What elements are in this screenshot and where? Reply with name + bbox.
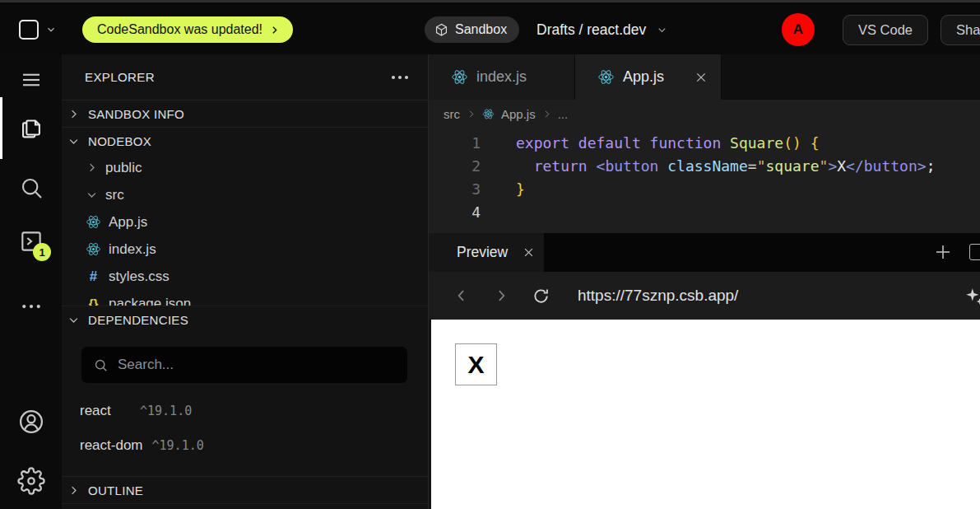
vscode-button[interactable]: VS Code: [843, 15, 928, 45]
dependency-react[interactable]: react ^19.1.0: [80, 394, 409, 428]
preview-pane: X: [429, 320, 980, 509]
top-bar: CodeSandbox was updated! Sandbox Drafts …: [0, 0, 980, 54]
share-button-label: Share: [956, 22, 980, 38]
explorer-title: EXPLORER: [85, 70, 155, 84]
forward-icon[interactable]: [489, 283, 513, 308]
avatar[interactable]: A: [782, 13, 815, 46]
preview-url[interactable]: https://77sznp.csb.app/: [578, 287, 738, 305]
search-icon[interactable]: [0, 166, 62, 209]
dependency-search-input[interactable]: [118, 357, 396, 373]
chevron-right-icon: [467, 110, 476, 119]
tree-file-App.js[interactable]: App.js: [62, 208, 428, 236]
window-menu-button[interactable]: [19, 18, 57, 41]
line-number: 3: [429, 178, 481, 201]
avatar-letter: A: [793, 21, 803, 38]
code-token: return: [534, 157, 597, 175]
preview-nav-bar: https://77sznp.csb.app/: [429, 272, 980, 320]
dependency-version: ^19.1.0: [152, 438, 204, 453]
section-outline[interactable]: OUTLINE: [62, 476, 428, 504]
section-dependencies[interactable]: DEPENDENCIES: [62, 306, 428, 333]
tree-item-label: src: [105, 187, 124, 203]
editor-tab-index.js[interactable]: index.js: [429, 54, 575, 100]
code-token: >: [917, 157, 927, 175]
share-button[interactable]: Share: [941, 15, 980, 45]
code-token: [658, 157, 667, 175]
sparkle-icon[interactable]: [964, 286, 980, 307]
code-token: ": [757, 157, 766, 175]
line-number: 2: [429, 155, 481, 178]
code-token: =: [748, 157, 757, 175]
code-token: X: [837, 157, 846, 175]
preview-square-button[interactable]: X: [455, 343, 497, 385]
dependency-search[interactable]: [81, 347, 407, 383]
explorer-more-icon[interactable]: [390, 71, 410, 84]
code-line: 3}: [429, 178, 980, 201]
explorer-header: EXPLORER: [62, 54, 428, 100]
close-icon[interactable]: [523, 246, 535, 259]
react-icon: [451, 68, 468, 86]
tree-file-index.js[interactable]: index.js: [62, 236, 428, 263]
files-icon[interactable]: [0, 106, 62, 149]
layout-icon[interactable]: [969, 244, 980, 260]
chevron-right-icon: [269, 25, 280, 35]
breadcrumb-src[interactable]: src: [444, 107, 460, 121]
code-token: ;: [927, 157, 936, 175]
dependency-react-dom[interactable]: react-dom ^19.1.0: [80, 428, 409, 463]
editor-area: index.jsApp.js srcApp.js... 1export defa…: [429, 54, 980, 509]
chevron-right-icon: [67, 484, 80, 497]
window-icon: [19, 20, 39, 40]
close-icon[interactable]: [694, 71, 708, 84]
editor-tab-App.js[interactable]: App.js: [575, 54, 722, 100]
file-tree: publicsrcApp.jsindex.js#styles.css{}pack…: [62, 154, 428, 306]
menu-icon[interactable]: [0, 58, 62, 101]
code-token: {: [810, 134, 820, 152]
breadcrumb-file[interactable]: App.js: [501, 107, 536, 121]
chevron-down-icon: [45, 24, 57, 35]
account-icon[interactable]: [0, 400, 62, 443]
dependency-version: ^19.1.0: [140, 404, 192, 418]
tab-label: App.js: [623, 68, 664, 86]
preview-tab[interactable]: Preview: [429, 233, 544, 272]
css-icon: #: [86, 269, 101, 285]
section-sandbox-info[interactable]: SANDBOX INFO: [62, 100, 428, 127]
update-notification-pill[interactable]: CodeSandbox was updated!: [82, 16, 293, 43]
tree-item-label: public: [105, 160, 142, 176]
project-breadcrumb[interactable]: Drafts / react.dev: [536, 16, 668, 43]
terminal-badge: 1: [33, 243, 51, 261]
tab-label: index.js: [476, 68, 527, 86]
section-label: DEPENDENCIES: [88, 313, 188, 327]
codesandbox-window: CodeSandbox was updated! Sandbox Drafts …: [0, 0, 980, 509]
line-number: 1: [429, 132, 481, 155]
refresh-icon[interactable]: [528, 283, 553, 308]
tree-file-styles.css[interactable]: #styles.css: [62, 263, 428, 290]
editor-tab-bar: index.jsApp.js: [429, 54, 980, 100]
activity-bar: 1: [0, 54, 62, 509]
dependency-name: react-dom: [80, 437, 143, 454]
plus-icon[interactable]: [933, 242, 953, 262]
back-icon[interactable]: [449, 283, 474, 308]
more-icon[interactable]: [0, 285, 62, 328]
sandbox-badge[interactable]: Sandbox: [425, 16, 519, 43]
settings-icon[interactable]: [0, 460, 62, 502]
code-line: 1export default function Square() {: [429, 132, 980, 155]
code-token: button: [605, 157, 658, 175]
dependency-list: react ^19.1.0react-dom ^19.1.0: [80, 394, 409, 463]
code-token: [516, 157, 534, 175]
react-icon: [86, 214, 101, 230]
terminal-icon[interactable]: 1: [0, 220, 62, 263]
tree-folder-public[interactable]: public: [62, 154, 428, 181]
preview-tab-label: Preview: [457, 244, 508, 261]
tree-item-label: package.json: [109, 296, 191, 307]
section-nodebox[interactable]: NODEBOX: [62, 127, 428, 154]
code-token: >: [828, 157, 837, 175]
tree-file-package.json[interactable]: {}package.json: [62, 290, 428, 306]
chevron-down-icon: [656, 24, 668, 36]
section-label: SANDBOX INFO: [88, 107, 184, 121]
tree-folder-src[interactable]: src: [62, 181, 428, 208]
explorer-sidebar: EXPLORER SANDBOX INFONODEBOX publicsrcAp…: [62, 54, 429, 509]
code-token: <: [597, 157, 606, 175]
breadcrumb-symbol[interactable]: ...: [558, 107, 569, 121]
react-icon: [86, 241, 101, 257]
preview-tab-bar: Preview: [429, 233, 980, 272]
line-number: 4: [429, 201, 481, 224]
